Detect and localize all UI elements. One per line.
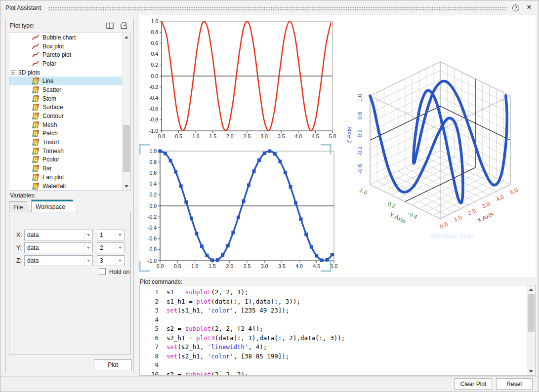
tree-item-label: Line	[42, 78, 54, 84]
svg-text:-0.4: -0.4	[149, 95, 158, 101]
chevron-down-icon[interactable]	[84, 256, 92, 266]
variables-label: Variables:	[10, 192, 36, 199]
tree-item-line[interactable]: Line	[9, 77, 130, 85]
tree-item-label: Patch	[42, 130, 58, 137]
y-column-select[interactable]: 2	[97, 242, 124, 253]
svg-text:-0.4: -0.4	[407, 210, 419, 220]
svg-text:-0.2: -0.2	[149, 84, 158, 90]
z-variable-select[interactable]: data	[24, 255, 93, 266]
tree-item-label: Bubble chart	[42, 34, 76, 41]
svg-text:0.8: 0.8	[149, 159, 157, 165]
tree-item-trisurf[interactable]: Trisurf	[9, 138, 130, 147]
svg-text:X Axis: X Axis	[476, 210, 495, 224]
chevron-down-icon[interactable]	[84, 230, 92, 240]
tab-workspace[interactable]: Workspace	[31, 199, 77, 212]
svg-text:0.5: 0.5	[175, 133, 182, 139]
svg-text:-0.6: -0.6	[148, 235, 157, 241]
code-line-7: 7set(s2_h1, 'linewidth', 4);	[140, 343, 526, 352]
svg-text:2.5: 2.5	[244, 133, 251, 139]
y-variable-select[interactable]: data	[24, 242, 93, 253]
svg-text:4.0: 4.0	[295, 263, 303, 269]
svg-text:2.5: 2.5	[244, 263, 251, 269]
tree-item-pcolor[interactable]: Pcolor	[9, 156, 130, 164]
z-column-select[interactable]: 3	[97, 255, 124, 266]
footer-bar: Clear Plot Reset	[0, 376, 539, 392]
svg-text:1.0: 1.0	[357, 94, 363, 102]
reset-button[interactable]: Reset	[496, 378, 533, 390]
plot2d-icon	[32, 60, 40, 68]
refresh-layout-icon[interactable]	[120, 21, 128, 30]
tree-item-scatter[interactable]: Scatter	[9, 85, 130, 94]
scroll-up-icon[interactable]	[527, 285, 535, 293]
svg-text:0.0: 0.0	[151, 73, 158, 79]
tree-item-bubble-chart[interactable]: Bubble chart	[9, 33, 130, 42]
svg-text:0.0: 0.0	[149, 203, 157, 209]
plot-button[interactable]: Plot	[94, 359, 132, 370]
tree-item-box-plot[interactable]: Box plot	[9, 42, 130, 51]
code-line-4: 4	[140, 315, 526, 325]
commands-scrollbar[interactable]	[527, 285, 535, 375]
tree-item-fan-plot[interactable]: Fan plot	[9, 173, 130, 182]
svg-text:0.5: 0.5	[174, 263, 181, 269]
svg-text:3.0: 3.0	[260, 133, 268, 139]
code-lines: 1s1 = subplot(2, 2, 1);2s1_h1 = plot(dat…	[140, 288, 526, 376]
x-variable-row: X: data 1	[9, 230, 130, 240]
tree-item-3d-plots[interactable]: 3D plots	[9, 68, 130, 77]
tree-item-polar[interactable]: Polar	[9, 59, 130, 68]
scroll-up-icon[interactable]	[123, 33, 130, 41]
tree-item-pareto-plot[interactable]: Pareto plot	[9, 50, 130, 59]
help-icon[interactable]: ?	[512, 4, 519, 11]
plot-type-label: Plot type:	[10, 22, 35, 29]
plot3d-icon	[32, 77, 40, 85]
tree-scrollbar[interactable]	[122, 33, 130, 190]
tree-item-surface[interactable]: Surface	[9, 103, 130, 112]
tree-item-label: 3D plots	[18, 69, 40, 76]
svg-text:0.6: 0.6	[357, 112, 363, 119]
tree-item-label: Box plot	[42, 43, 64, 50]
y-variable-row: Y: data 2	[9, 242, 130, 253]
plot3d-icon	[32, 129, 40, 137]
tree-item-trimesh[interactable]: Trimesh	[9, 147, 130, 156]
plot3d-icon	[32, 103, 40, 111]
subplot-layout-icon[interactable]	[106, 21, 115, 30]
tree-item-stem[interactable]: Stem	[9, 94, 130, 103]
x-variable-select[interactable]: data	[24, 230, 93, 240]
svg-text:1.5: 1.5	[208, 263, 216, 269]
chevron-down-icon[interactable]	[84, 243, 92, 253]
tree-item-bar[interactable]: Bar	[9, 164, 130, 173]
code-line-1: 1s1 = subplot(2, 2, 1);	[140, 288, 526, 297]
svg-text:0.2: 0.2	[357, 129, 363, 137]
tree-item-contour[interactable]: Contour	[9, 112, 130, 120]
plot-canvas[interactable]: 1.00.80.60.40.20.0-0.2-0.4-0.6-0.8-1.00.…	[139, 15, 536, 277]
tree-item-waterfall[interactable]: Waterfall	[9, 182, 130, 191]
scroll-down-icon[interactable]	[527, 367, 535, 375]
clear-plot-button[interactable]: Clear Plot	[455, 378, 492, 390]
y-field-label: Y:	[16, 244, 22, 251]
plot-commands-editor[interactable]: 1s1 = subplot(2, 2, 1);2s1_h1 = plot(dat…	[139, 285, 536, 376]
drag-handle-dots[interactable]	[48, 6, 507, 11]
commands-scrollbar-thumb[interactable]	[528, 294, 535, 332]
scroll-down-icon[interactable]	[123, 182, 130, 190]
chevron-down-icon[interactable]	[116, 230, 124, 240]
svg-text:-0.4: -0.4	[148, 225, 157, 231]
collapse-icon[interactable]	[11, 70, 15, 75]
svg-text:2.0: 2.0	[226, 133, 234, 139]
tree-item-label: Waterfall	[42, 183, 66, 190]
chevron-down-icon[interactable]	[116, 243, 124, 253]
code-line-10: 10s3 = subplot(2, 2, 3);	[140, 370, 526, 376]
tree-item-patch[interactable]: Patch	[9, 129, 130, 138]
svg-text:1.0: 1.0	[149, 148, 157, 154]
chevron-down-icon[interactable]	[116, 256, 124, 266]
close-icon[interactable]: ✕	[525, 3, 533, 11]
svg-text:1.0: 1.0	[192, 133, 200, 139]
svg-text:-0.6: -0.6	[357, 164, 363, 174]
svg-text:0.4: 0.4	[151, 51, 158, 57]
svg-text:3.5: 3.5	[278, 263, 286, 269]
tree-item-mesh[interactable]: Mesh	[9, 120, 130, 129]
left-panel: Plot type: Bubble chartBox plotPareto pl…	[5, 18, 134, 373]
tab-file[interactable]: File	[9, 201, 31, 212]
x-column-select[interactable]: 1	[97, 230, 124, 240]
tree-scrollbar-thumb[interactable]	[123, 125, 130, 172]
hold-on-checkbox[interactable]	[99, 268, 106, 275]
code-line-2: 2s1_h1 = plot(data(:, 1),data(:, 3));	[140, 297, 526, 307]
